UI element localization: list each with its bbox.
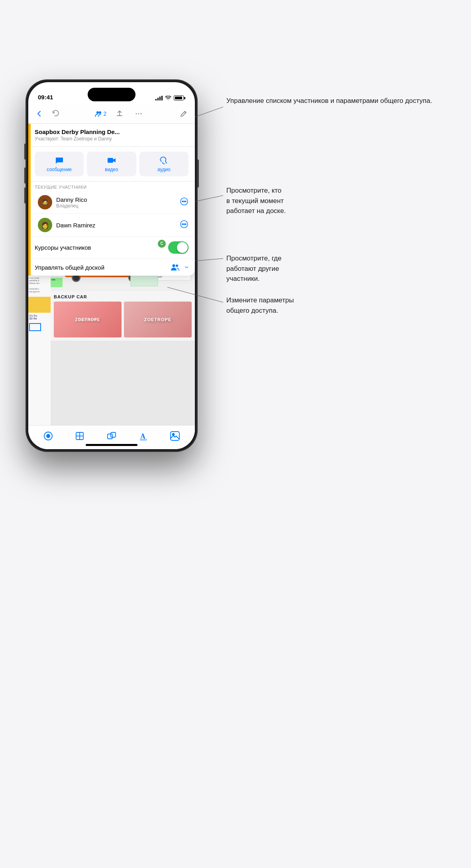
video-button[interactable]: видео <box>87 152 136 176</box>
svg-point-11 <box>182 223 183 224</box>
blue-rect <box>29 323 41 331</box>
left-board-content: "The key toare as stiff aconnectingthe f… <box>28 259 51 449</box>
back-button[interactable] <box>33 107 46 120</box>
objects-button[interactable] <box>104 429 119 443</box>
phone-shell: 09:41 <box>26 80 197 452</box>
svg-point-14 <box>173 264 175 267</box>
video-label: видео <box>105 167 118 172</box>
svg-point-15 <box>176 264 178 267</box>
backup-title: BACKUP CAR <box>54 294 192 299</box>
svg-point-13 <box>185 223 186 224</box>
danny-role: Владелец <box>56 203 176 209</box>
annotation-sharing-settings: Измените параметрыобщего доступа. <box>226 295 294 316</box>
phone-screen: 09:41 <box>28 82 195 449</box>
share-button[interactable] <box>113 107 126 120</box>
backup-section: BACKUP CAR ZOETROPE ZOETROPE <box>51 291 195 341</box>
top-nav: 2 <box>28 104 195 124</box>
battery-icon <box>174 95 185 101</box>
dawn-name: Dawn Ramirez <box>56 222 176 229</box>
participant-row-danny: 🧔 Danny Rico Владелец <box>28 191 195 214</box>
manage-persons-icon <box>171 264 179 271</box>
svg-point-2 <box>136 113 137 114</box>
toggle-knob <box>177 242 188 253</box>
video-icon <box>107 156 116 165</box>
audio-button[interactable]: аудио <box>139 152 188 176</box>
svg-rect-24 <box>140 440 147 440</box>
danny-avatar: 🧔 <box>38 195 52 209</box>
undo-button[interactable] <box>49 107 62 120</box>
more-button[interactable] <box>132 107 145 120</box>
participant-row-dawn: 👩 Dawn Ramirez <box>28 214 195 237</box>
text-button[interactable]: A <box>136 429 151 443</box>
media-button[interactable] <box>168 429 182 443</box>
dawn-avatar: 👩 <box>38 218 52 232</box>
svg-point-9 <box>185 201 186 201</box>
svg-point-3 <box>138 113 139 114</box>
backup-img-2: ZOETROPE <box>124 302 192 337</box>
toggle-row: Курсоры участников C <box>28 237 195 259</box>
svg-rect-22 <box>111 432 116 437</box>
manage-row[interactable]: Управлять общей доской ✂ <box>28 259 195 276</box>
panel-title: Soapbox Derby Planning De... <box>35 128 188 135</box>
danny-info: Danny Rico Владелец <box>56 196 176 209</box>
audio-icon <box>159 156 169 165</box>
danny-name: Danny Rico <box>56 196 176 203</box>
svg-point-4 <box>141 113 142 114</box>
dawn-color-strip <box>28 124 31 276</box>
audio-label: аудио <box>157 167 171 172</box>
overlay-panel: Soapbox Derby Planning De... Участвуют: … <box>28 124 195 276</box>
svg-point-8 <box>184 201 184 201</box>
status-icons <box>155 95 185 101</box>
svg-point-12 <box>184 223 184 224</box>
panel-subtitle: Участвуют: Team Zoetrope и Danny <box>35 136 188 142</box>
svg-point-17 <box>47 434 50 438</box>
svg-rect-21 <box>108 434 112 439</box>
manage-label: Управлять общей доской <box>35 264 167 271</box>
danny-more-button[interactable] <box>180 197 188 208</box>
wifi-icon <box>165 96 171 101</box>
svg-point-26 <box>173 433 175 435</box>
participants-button[interactable]: 2 <box>94 107 107 120</box>
panel-header: Soapbox Derby Planning De... Участвуют: … <box>28 124 195 147</box>
nav-center: 2 <box>65 107 174 120</box>
page-container: 09:41 <box>0 32 471 868</box>
shapes-button[interactable] <box>73 429 87 443</box>
dawn-info: Dawn Ramirez <box>56 222 176 229</box>
3d-text: 3's Fu3D Re <box>28 313 51 322</box>
content-area: 2 <box>28 104 195 449</box>
annotation-participants-mgmt: Управление списком участников и параметр… <box>226 96 432 106</box>
green-note: note <box>51 278 63 287</box>
svg-point-0 <box>96 111 99 114</box>
annotation-current-collaborators: Просмотрите, ктов текущий моментработает… <box>226 185 286 216</box>
backup-images: ZOETROPE ZOETROPE ZOETROPE <box>54 302 192 337</box>
signal-icon <box>155 96 163 101</box>
home-indicator <box>86 444 137 446</box>
dawn-more-button[interactable] <box>180 220 188 231</box>
action-buttons: сообщение видео <box>28 147 195 181</box>
svg-point-1 <box>99 111 101 114</box>
pen-tool-button[interactable] <box>41 429 55 443</box>
message-button[interactable]: сообщение <box>35 152 84 176</box>
svg-text:A: A <box>140 432 145 440</box>
backup-brand-1: ZOETROPE <box>75 318 100 322</box>
yellow-box <box>28 297 51 313</box>
backup-img-1: ZOETROPE ZOETROPE <box>54 302 122 337</box>
status-time: 09:41 <box>38 94 53 101</box>
edit-button[interactable] <box>177 107 190 120</box>
participants-count: 2 <box>104 110 107 117</box>
cursor-dot: C <box>158 240 166 248</box>
svg-rect-25 <box>171 432 179 440</box>
manage-cursor-icon: ✂ <box>185 265 188 270</box>
message-icon <box>55 156 64 165</box>
left-board-text-3: Generally sand good ol <box>28 287 51 294</box>
toggle-switch[interactable] <box>168 241 188 254</box>
dynamic-island <box>88 88 135 101</box>
toggle-label: Курсоры участников <box>35 244 158 251</box>
message-label: сообщение <box>47 167 72 172</box>
left-board-text-2: From Goodspending wWheels sho <box>28 276 51 286</box>
annotation-where-working: Просмотрите, гдеработают другиеучастники… <box>226 253 281 284</box>
backup-brand-2: ZOETROPE <box>144 317 172 322</box>
svg-rect-5 <box>108 158 113 163</box>
section-label: ТЕКУЩИЕ УЧАСТНИКИ <box>28 181 195 191</box>
svg-point-7 <box>182 201 183 201</box>
